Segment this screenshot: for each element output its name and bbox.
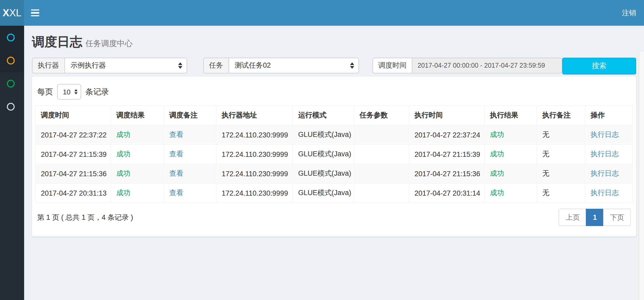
content-area: 调度日志任务调度中心 执行器 示例执行器 任务 测试任务02 bbox=[24, 26, 644, 300]
filter-bar: 执行器 示例执行器 任务 测试任务02 调度时间 bbox=[32, 58, 636, 73]
cell-handle-time: 2017-04-27 21:15:39 bbox=[409, 144, 484, 164]
current-page-button[interactable]: 1 bbox=[586, 209, 604, 226]
cell-handle-time: 2017-04-27 21:15:36 bbox=[409, 164, 484, 183]
cell-job-param bbox=[354, 144, 409, 164]
cell-job-param bbox=[354, 125, 409, 144]
cell-trigger-remark: 查看 bbox=[164, 183, 216, 203]
job-filter-label: 任务 bbox=[203, 58, 228, 73]
cell-handle-remark: 无 bbox=[537, 125, 585, 144]
cell-executor-address: 172.24.110.230:9999 bbox=[216, 125, 293, 144]
exec-log-link[interactable]: 执行日志 bbox=[591, 189, 619, 197]
cell-job-param bbox=[354, 164, 409, 183]
cell-handle-time: 2017-04-27 20:31:14 bbox=[409, 183, 484, 203]
sidebar-toggle-icon[interactable] bbox=[31, 8, 39, 18]
logout-link[interactable]: 注销 bbox=[622, 8, 636, 18]
cell-handle-result: 成功 bbox=[484, 183, 537, 203]
sidebar-item-2[interactable] bbox=[0, 72, 24, 95]
job-filter-group: 任务 测试任务02 bbox=[203, 58, 359, 73]
cell-executor-address: 172.24.110.230:9999 bbox=[216, 144, 293, 164]
cell-handle-remark: 无 bbox=[537, 164, 585, 183]
page-subtitle: 任务调度中心 bbox=[85, 39, 133, 48]
cell-trigger-result: 成功 bbox=[111, 164, 164, 183]
exec-log-link[interactable]: 执行日志 bbox=[591, 131, 619, 138]
pagination-info: 第 1 页 ( 总共 1 页，4 条记录 ) bbox=[37, 213, 133, 222]
view-remark-link[interactable]: 查看 bbox=[169, 131, 183, 138]
cell-trigger-result: 成功 bbox=[111, 183, 164, 203]
trigger-time-filter-label: 调度时间 bbox=[373, 58, 412, 73]
sidebar-item-1[interactable] bbox=[0, 49, 24, 72]
cell-executor-address: 172.24.110.230:9999 bbox=[216, 164, 293, 183]
cell-executor-address: 172.24.110.230:9999 bbox=[216, 183, 293, 203]
top-navbar: XXL 注销 bbox=[0, 0, 644, 26]
sidebar bbox=[0, 26, 24, 300]
circle-o-icon bbox=[7, 33, 15, 41]
log-table: 调度时间 调度结果 调度备注 执行器地址 运行模式 任务参数 执行时间 执行结果… bbox=[35, 105, 633, 203]
table-header-row: 调度时间 调度结果 调度备注 执行器地址 运行模式 任务参数 执行时间 执行结果… bbox=[35, 106, 633, 125]
executor-filter-label: 执行器 bbox=[32, 58, 64, 73]
job-select[interactable]: 测试任务02 bbox=[228, 58, 359, 73]
logo-text-bold: X bbox=[3, 7, 9, 19]
view-remark-link[interactable]: 查看 bbox=[169, 169, 183, 177]
page-header: 调度日志任务调度中心 bbox=[24, 26, 644, 50]
cell-job-param bbox=[354, 183, 409, 203]
table-row: 2017-04-27 20:31:13 成功 查看 172.24.110.230… bbox=[35, 183, 633, 203]
executor-select[interactable]: 示例执行器 bbox=[64, 58, 187, 73]
pagination-bar: 第 1 页 ( 总共 1 页，4 条记录 ) 上页 1 下页 bbox=[37, 209, 631, 226]
search-button[interactable]: 搜索 bbox=[562, 58, 636, 74]
app-root: XXL 注销 bbox=[0, 0, 644, 300]
page-length-value: 10 bbox=[63, 88, 70, 96]
log-table-body: 2017-04-27 22:37:22 成功 查看 172.24.110.230… bbox=[35, 125, 633, 203]
sidebar-item-0[interactable] bbox=[0, 26, 24, 49]
col-header-action: 操作 bbox=[585, 106, 633, 125]
cell-trigger-result: 成功 bbox=[111, 144, 164, 164]
cell-run-mode: GLUE模式(Java) bbox=[293, 144, 354, 164]
col-header-trigger-result: 调度结果 bbox=[111, 106, 164, 125]
cell-run-mode: GLUE模式(Java) bbox=[293, 183, 354, 203]
cell-action: 执行日志 bbox=[585, 183, 633, 203]
next-page-button[interactable]: 下页 bbox=[603, 209, 631, 226]
navbar: 注销 bbox=[24, 0, 644, 26]
select-arrows-icon bbox=[350, 62, 354, 69]
page-length-suffix: 条记录 bbox=[85, 87, 109, 97]
cell-trigger-time: 2017-04-27 20:31:13 bbox=[35, 183, 111, 203]
cell-handle-remark: 无 bbox=[537, 144, 585, 164]
col-header-executor-address: 执行器地址 bbox=[216, 106, 293, 125]
view-remark-link[interactable]: 查看 bbox=[169, 189, 183, 197]
exec-log-link[interactable]: 执行日志 bbox=[591, 150, 619, 158]
logo-text-light: XL bbox=[9, 7, 21, 19]
cell-run-mode: GLUE模式(Java) bbox=[293, 125, 354, 144]
cell-handle-time: 2017-04-27 22:37:24 bbox=[409, 125, 484, 144]
trigger-time-filter-group: 调度时间 2017-04-27 00:00:00 - 2017-04-27 23… bbox=[373, 58, 562, 73]
page-title: 调度日志 bbox=[32, 35, 82, 49]
scrollbar-track[interactable] bbox=[639, 51, 644, 300]
select-arrows-icon bbox=[74, 89, 78, 94]
cell-trigger-remark: 查看 bbox=[164, 144, 216, 164]
view-remark-link[interactable]: 查看 bbox=[169, 150, 183, 158]
executor-filter-group: 执行器 示例执行器 bbox=[32, 58, 187, 73]
sidebar-item-3[interactable] bbox=[0, 95, 24, 118]
select-arrows-icon bbox=[178, 62, 182, 69]
cell-action: 执行日志 bbox=[585, 125, 633, 144]
cell-handle-result: 成功 bbox=[484, 125, 537, 144]
cell-handle-remark: 无 bbox=[537, 183, 585, 203]
table-row: 2017-04-27 21:15:36 成功 查看 172.24.110.230… bbox=[35, 164, 633, 183]
col-header-run-mode: 运行模式 bbox=[293, 106, 354, 125]
cell-run-mode: GLUE模式(Java) bbox=[293, 164, 354, 183]
sidebar-active-block bbox=[0, 26, 24, 72]
trigger-time-range-input[interactable]: 2017-04-27 00:00:00 - 2017-04-27 23:59:5… bbox=[412, 58, 562, 73]
page-length-bar: 每页 10 条记录 bbox=[37, 84, 631, 100]
table-row: 2017-04-27 21:15:39 成功 查看 172.24.110.230… bbox=[35, 144, 633, 164]
cell-action: 执行日志 bbox=[585, 144, 633, 164]
col-header-handle-remark: 执行备注 bbox=[537, 106, 585, 125]
cell-action: 执行日志 bbox=[585, 164, 633, 183]
exec-log-link[interactable]: 执行日志 bbox=[591, 169, 619, 177]
page-length-select[interactable]: 10 bbox=[57, 84, 81, 100]
cell-trigger-result: 成功 bbox=[111, 125, 164, 144]
pager: 上页 1 下页 bbox=[559, 209, 631, 226]
log-panel: 每页 10 条记录 调度时间 bbox=[32, 77, 636, 237]
cell-trigger-time: 2017-04-27 21:15:36 bbox=[35, 164, 111, 183]
prev-page-button[interactable]: 上页 bbox=[559, 209, 587, 226]
app-logo[interactable]: XXL bbox=[0, 0, 24, 26]
cell-trigger-time: 2017-04-27 21:15:39 bbox=[35, 144, 111, 164]
col-header-handle-time: 执行时间 bbox=[409, 106, 484, 125]
